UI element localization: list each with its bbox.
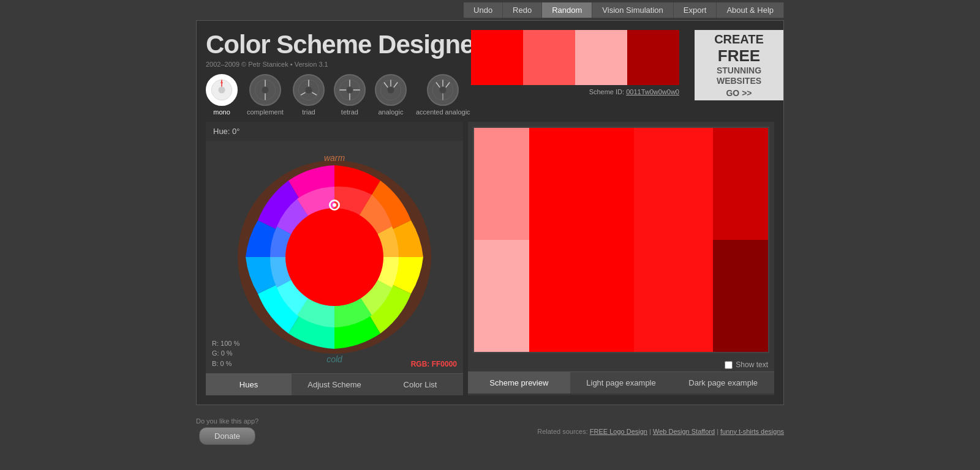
top-nav: Undo Redo Random Vision Simulation Expor… <box>196 0 784 20</box>
scheme-id-link[interactable]: 0011Tw0w0w0w0 <box>626 88 679 95</box>
color-wheel[interactable] <box>236 159 432 355</box>
swatch-0[interactable] <box>471 30 523 85</box>
random-button[interactable]: Random <box>542 2 592 18</box>
related-links: Related sources: FREE Logo Design | Web … <box>537 428 784 435</box>
hue-header: Hue: 0° <box>206 122 463 141</box>
mode-accented-analogic[interactable]: accented analogic <box>416 74 470 116</box>
svg-point-14 <box>346 86 353 93</box>
mode-analogic[interactable]: analogic <box>375 74 407 116</box>
analogic-label: analogic <box>378 108 403 116</box>
donate-question: Do you like this app? <box>196 417 258 425</box>
hue-value: 0° <box>232 127 239 136</box>
about-help-button[interactable]: About & Help <box>717 2 784 18</box>
ad-line3: STUNNING <box>717 65 761 76</box>
rgb-value-display: RGB: FF0000 <box>411 360 457 368</box>
footer: Do you like this app? Donate Related sou… <box>196 414 784 448</box>
undo-button[interactable]: Undo <box>464 2 503 18</box>
adjust-scheme-tab[interactable]: Adjust Scheme <box>292 373 377 395</box>
ad-cta: GO >> <box>726 88 752 99</box>
main-panel: Color Scheme Designer 2002–2009 © Petr S… <box>196 20 784 405</box>
svg-point-20 <box>387 86 394 93</box>
light-page-tab[interactable]: Light page example <box>570 371 673 394</box>
swatch-strip <box>471 30 679 85</box>
mono-icon <box>206 74 238 106</box>
preview-tabs: Scheme preview Light page example Dark p… <box>468 371 774 394</box>
rgb-b: B: 0 % <box>212 359 239 369</box>
accented-analogic-label: accented analogic <box>416 108 470 116</box>
scheme-id: Scheme ID: 0011Tw0w0w0w0 <box>589 88 679 95</box>
hex-value: FF0000 <box>432 360 457 368</box>
ad-line4: WEBSITES <box>717 76 761 86</box>
wheel-body[interactable]: warm <box>206 141 463 373</box>
cold-label: cold <box>326 354 342 364</box>
show-text-label: Show text <box>736 360 768 369</box>
mode-tetrad[interactable]: tetrad <box>334 74 366 116</box>
rgb-r: R: 100 % <box>212 338 239 349</box>
swatch-1[interactable] <box>523 30 575 85</box>
mono-label: mono <box>213 108 230 116</box>
wheel-tabs: Hues Adjust Scheme Color List <box>206 373 463 395</box>
preview-panel: Show text Scheme preview Light page exam… <box>468 122 774 395</box>
triad-label: triad <box>302 108 315 116</box>
complement-label: complement <box>247 108 284 116</box>
donate-button[interactable]: Donate <box>199 427 255 445</box>
rgb-g: G: 0 % <box>212 348 239 359</box>
scheme-preview-tab[interactable]: Scheme preview <box>468 371 570 394</box>
dark-page-tab[interactable]: Dark page example <box>672 371 774 394</box>
analogic-icon <box>375 74 407 106</box>
swatch-3[interactable] <box>627 30 679 85</box>
show-text-checkbox[interactable] <box>725 361 733 369</box>
accented-analogic-icon <box>427 74 459 106</box>
warm-label: warm <box>324 153 345 163</box>
hues-tab[interactable]: Hues <box>206 373 292 395</box>
related-link-0[interactable]: FREE Logo Design <box>590 428 647 435</box>
svg-point-34 <box>333 203 336 207</box>
mode-complement[interactable]: complement <box>247 74 284 116</box>
redo-button[interactable]: Redo <box>503 2 542 18</box>
donate-section: Do you like this app? Donate <box>196 417 258 445</box>
related-link-2[interactable]: funny t-shirts designs <box>720 428 784 435</box>
tetrad-icon <box>334 74 366 106</box>
triad-icon <box>293 74 325 106</box>
tetrad-label: tetrad <box>341 108 358 116</box>
color-list-tab[interactable]: Color List <box>377 373 463 395</box>
svg-point-5 <box>262 86 268 93</box>
mode-triad[interactable]: triad <box>293 74 325 116</box>
svg-point-9 <box>305 86 312 93</box>
mode-mono[interactable]: mono <box>206 74 238 116</box>
swatch-2[interactable] <box>575 30 627 85</box>
wheel-panel: Hue: 0° warm <box>206 122 463 395</box>
bottom-row: Hue: 0° warm <box>206 122 774 395</box>
export-button[interactable]: Export <box>674 2 717 18</box>
preview-area[interactable] <box>473 127 769 353</box>
rgb-display: R: 100 % G: 0 % B: 0 % <box>212 338 239 369</box>
ad-line2: FREE <box>718 47 760 65</box>
complement-icon <box>249 74 281 106</box>
svg-point-1 <box>218 86 225 93</box>
vision-simulation-button[interactable]: Vision Simulation <box>592 2 673 18</box>
svg-point-25 <box>440 86 447 93</box>
svg-point-32 <box>285 208 383 306</box>
related-link-1[interactable]: Web Design Stafford <box>653 428 715 435</box>
ad-line1: CREATE <box>714 32 764 47</box>
ad-box[interactable]: CREATE FREE STUNNING WEBSITES GO >> <box>695 30 783 100</box>
show-text-row: Show text <box>468 358 774 371</box>
